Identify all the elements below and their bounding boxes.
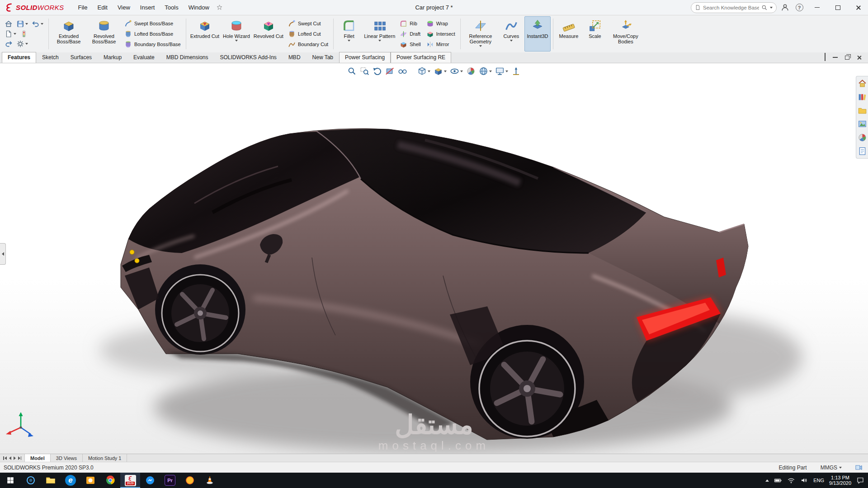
measure-button[interactable]: Measure [556, 16, 582, 52]
tab-power-surfacing[interactable]: Power Surfacing [339, 52, 391, 63]
previous-tab-button[interactable] [9, 456, 11, 460]
lofted-cut-button[interactable]: Lofted Cut [287, 30, 330, 38]
window-maximize-button[interactable] [828, 0, 847, 15]
wrap-button[interactable]: Wrap [425, 19, 457, 28]
document-close-icon[interactable] [857, 55, 862, 60]
view-orientation-button[interactable] [416, 66, 431, 77]
edit-appearance-button[interactable] [465, 66, 476, 77]
boundary-boss-base-button[interactable]: Boundary Boss/Base [123, 40, 182, 49]
custom-properties-icon[interactable] [858, 146, 867, 156]
taskbar-edge[interactable]: e [61, 473, 80, 488]
model-tab[interactable]: Model [25, 454, 51, 462]
linear-pattern-caret-icon[interactable] [378, 40, 381, 42]
battery-icon[interactable] [774, 476, 782, 484]
swept-boss-base-button[interactable]: Swept Boss/Base [123, 19, 182, 28]
tab-power-surfacing-re[interactable]: Power Surfacing RE [391, 52, 451, 63]
appearances-scenes-icon[interactable] [858, 133, 867, 142]
shell-button[interactable]: Shell [398, 40, 422, 49]
swept-cut-button[interactable]: Swept Cut [287, 19, 330, 28]
taskbar-clock[interactable]: 1:13 PM 9/13/2020 [829, 475, 851, 486]
dynamic-annotation-views-button[interactable] [397, 66, 408, 77]
hole-wizard-button[interactable]: Hole Wizard [221, 16, 252, 52]
next-tab-button[interactable] [14, 456, 16, 460]
revolved-boss-base-button[interactable]: Revolved Boss/Base [86, 16, 122, 52]
mirror-button[interactable]: Mirror [425, 40, 457, 49]
tab-solidworks-add-ins[interactable]: SOLIDWORKS Add-Ins [214, 52, 283, 63]
new-document-button[interactable] [4, 29, 17, 38]
tab-features[interactable]: Features [2, 52, 36, 63]
previous-view-button[interactable] [372, 66, 383, 77]
zoom-to-fit-button[interactable] [346, 66, 358, 77]
tab-mbd-dimensions[interactable]: MBD Dimensions [160, 52, 214, 63]
display-style-caret-icon[interactable] [444, 70, 447, 72]
tab-evaluate[interactable]: Evaluate [127, 52, 160, 63]
extruded-boss-base-button[interactable]: Extruded Boss/Base [51, 16, 86, 52]
options-caret-icon[interactable] [25, 43, 28, 45]
lofted-boss-base-button[interactable]: Lofted Boss/Base [123, 30, 182, 38]
tab-markup[interactable]: Markup [98, 52, 127, 63]
taskbar-premiere-pro[interactable]: Pr [160, 473, 180, 488]
curves-button[interactable]: Curves [498, 16, 524, 52]
taskbar-cortana[interactable] [21, 473, 41, 488]
3d-views-tab[interactable]: 3D Views [51, 454, 83, 462]
tab-sketch[interactable]: Sketch [36, 52, 65, 63]
view-palette-icon[interactable] [858, 119, 867, 129]
menu-insert[interactable]: Insert [135, 2, 160, 13]
home-button[interactable] [4, 19, 14, 28]
first-tab-button[interactable] [3, 456, 7, 460]
notification-center-icon[interactable] [856, 476, 864, 484]
graphics-area[interactable]: مستقل mostaql.com [0, 63, 868, 454]
knowledge-search[interactable] [691, 2, 777, 13]
move-copy-bodies-button[interactable]: Move/Copy Bodies [608, 16, 643, 52]
tab-mbd[interactable]: MBD [283, 52, 307, 63]
taskbar-chrome[interactable] [100, 473, 120, 488]
wifi-icon[interactable] [787, 476, 795, 484]
display-style-button[interactable] [433, 66, 448, 77]
menu-tools[interactable]: Tools [160, 2, 183, 13]
taskbar-file-explorer[interactable] [41, 473, 61, 488]
reference-geometry-button[interactable]: Reference Geometry [463, 16, 498, 52]
scale-button[interactable]: Scale [582, 16, 608, 52]
intersect-button[interactable]: Intersect [425, 30, 457, 38]
hide-show-caret-icon[interactable] [460, 70, 463, 72]
reference-geometry-caret-icon[interactable] [479, 45, 482, 47]
hole-wizard-caret-icon[interactable] [235, 40, 238, 42]
car-3d-model[interactable] [0, 63, 868, 454]
view-settings-caret-icon[interactable] [505, 70, 508, 72]
extruded-cut-button[interactable]: Extruded Cut [189, 16, 221, 52]
window-close-button[interactable] [849, 0, 868, 15]
taskbar-vlc[interactable] [200, 473, 220, 488]
status-display-icon[interactable] [855, 465, 863, 471]
zoom-to-area-button[interactable] [359, 66, 370, 77]
tab-new-tab[interactable]: New Tab [307, 52, 339, 63]
rib-button[interactable]: Rib [398, 19, 422, 28]
save-button[interactable] [15, 19, 29, 28]
draft-button[interactable]: Draft [398, 30, 422, 38]
save-caret-icon[interactable] [25, 23, 28, 25]
options-button[interactable] [15, 39, 29, 48]
document-restore-icon[interactable] [845, 56, 849, 60]
taskbar-photos[interactable] [80, 473, 100, 488]
instant3d-button[interactable]: Instant3D [524, 16, 551, 52]
linear-pattern-button[interactable]: Linear Pattern [362, 16, 397, 52]
file-explorer-icon[interactable] [858, 106, 867, 115]
solidworks-resources-home-icon[interactable] [858, 79, 867, 88]
view-settings-button[interactable] [494, 66, 509, 77]
taskbar-firefox[interactable] [180, 473, 200, 488]
fillet-caret-icon[interactable] [348, 40, 350, 42]
volume-icon[interactable] [800, 476, 808, 484]
start-button[interactable] [0, 473, 21, 488]
section-view-button[interactable] [384, 66, 396, 77]
view-orientation-caret-icon[interactable] [428, 70, 430, 72]
design-library-icon[interactable] [858, 92, 867, 102]
language-indicator[interactable]: ENG [813, 478, 824, 483]
search-icon[interactable] [761, 5, 768, 11]
last-tab-button[interactable] [18, 456, 22, 460]
tab-surfaces[interactable]: Surfaces [65, 52, 98, 63]
hide-show-items-button[interactable] [449, 66, 464, 77]
redo-button[interactable] [4, 39, 14, 48]
document-minimize-icon[interactable] [833, 57, 838, 58]
help-icon[interactable]: ? [793, 1, 806, 14]
menu-file[interactable]: File [73, 2, 93, 13]
fillet-button[interactable]: Fillet [336, 16, 362, 52]
